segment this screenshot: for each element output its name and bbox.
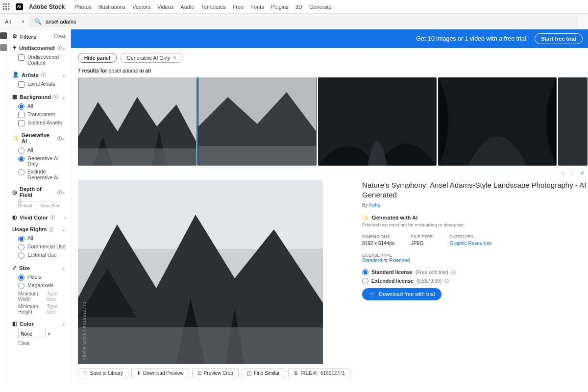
- min-height-row: Minimum HeightType here: [18, 304, 66, 315]
- nav-videos[interactable]: Videos: [157, 4, 173, 10]
- close-icon[interactable]: ✕: [173, 55, 177, 60]
- filter-header-usage[interactable]: Usage Rightsi⌄: [12, 226, 66, 232]
- svg-rect-7: [198, 146, 316, 166]
- nav-fonts[interactable]: Fonts: [250, 4, 264, 10]
- filter-header-undiscovered[interactable]: ✦Undiscoveredi⌄: [12, 45, 66, 51]
- preview-crop-button[interactable]: ⊡Preview Crop: [192, 368, 239, 378]
- thumb-1[interactable]: [78, 77, 196, 166]
- nav-plugins[interactable]: Plugins: [271, 4, 289, 10]
- opt-bg-all[interactable]: All: [18, 103, 66, 110]
- opt-bg-isolated[interactable]: Isolated Assets: [18, 120, 66, 126]
- prev-icon[interactable]: ‹: [562, 170, 564, 176]
- opt-usage-all[interactable]: All: [18, 235, 66, 242]
- nav-free[interactable]: Free: [233, 4, 244, 10]
- file-id[interactable]: 🗎FILE #:616912771: [288, 368, 350, 378]
- opt-genai-only[interactable]: Generative AI Only: [18, 155, 66, 167]
- filter-background: ▦Backgroundi⌄ All Transparent Isolated A…: [12, 94, 66, 126]
- category-link[interactable]: Graphic Resources: [450, 241, 492, 246]
- thumb-5[interactable]: [558, 77, 588, 166]
- info-icon[interactable]: i: [41, 73, 46, 77]
- apps-grid-icon[interactable]: [3, 3, 10, 10]
- download-preview-button[interactable]: ⬇Download Preview: [131, 368, 189, 378]
- dof-left-label: Default: [18, 203, 32, 208]
- info-icon[interactable]: i: [49, 227, 53, 232]
- filter-header-dof[interactable]: ◎Depth of Fieldi⌄: [12, 186, 66, 198]
- author-link[interactable]: frefre: [369, 202, 381, 208]
- main-content: Get 10 images or 1 video with a free tri…: [71, 29, 588, 383]
- rail-icon-1[interactable]: [0, 32, 7, 39]
- thumb-4[interactable]: [438, 77, 557, 166]
- color-input[interactable]: [18, 330, 46, 338]
- opt-undiscovered-content[interactable]: Undiscovered Content: [18, 54, 66, 66]
- start-trial-button[interactable]: Start free trial: [535, 33, 583, 44]
- search-box[interactable]: 🔍: [29, 16, 578, 27]
- filter-chips: Hide panel Generative AI Only✕: [78, 53, 588, 63]
- rail-icon-2[interactable]: [0, 44, 7, 51]
- close-strip-icon[interactable]: ✕: [580, 170, 585, 176]
- info-icon[interactable]: i: [57, 190, 62, 195]
- svg-rect-16: [78, 327, 323, 364]
- left-rail: [0, 29, 7, 383]
- color-clear[interactable]: Clear: [18, 341, 30, 346]
- info-icon[interactable]: i: [444, 279, 449, 283]
- category-dropdown[interactable]: All▾: [0, 19, 29, 24]
- thumb-2[interactable]: [198, 77, 317, 166]
- nav-photos[interactable]: Photos: [74, 4, 91, 10]
- filter-dof: ◎Depth of Fieldi⌄ DefaultMore Blur: [12, 186, 66, 208]
- min-height-input[interactable]: Type here: [47, 304, 66, 315]
- filter-header-size[interactable]: ⤢Size⌄: [12, 265, 66, 271]
- license-extended-link[interactable]: Extended: [389, 258, 410, 263]
- search-input[interactable]: [46, 19, 573, 24]
- eyedropper-icon[interactable]: ⌖: [48, 331, 50, 337]
- chevron-down-icon: ⌄: [62, 73, 66, 77]
- genai-note: Editorial use must not be misleading or …: [362, 222, 588, 227]
- opt-usage-editorial[interactable]: Editorial Use: [18, 252, 66, 259]
- info-icon[interactable]: i: [57, 136, 62, 141]
- nav-illustrations[interactable]: Illustrations: [98, 4, 126, 10]
- thumb-nav: ‹ › ✕: [78, 166, 588, 180]
- license-standard-option[interactable]: Standard license(Free with trial)i: [362, 269, 588, 275]
- min-width-input[interactable]: Type here: [47, 291, 66, 302]
- svg-rect-4: [78, 148, 196, 166]
- download-trial-button[interactable]: 🛒Download free with trial: [362, 288, 441, 300]
- filter-header-genai[interactable]: ✨Generative AIi⌄: [12, 132, 66, 144]
- opt-genai-all[interactable]: All: [18, 147, 66, 154]
- asset-detail: Adobe Stock | #616912771 ♡Save to Librar…: [78, 180, 588, 378]
- opt-genai-exclude[interactable]: Exclude Generative AI: [18, 169, 66, 180]
- dof-slider[interactable]: [18, 201, 60, 201]
- opt-size-px[interactable]: Pixels: [18, 274, 66, 281]
- asset-preview[interactable]: Adobe Stock | #616912771: [78, 180, 323, 364]
- opt-bg-transparent[interactable]: Transparent: [18, 111, 66, 118]
- primary-nav: Photos Illustrations Vectors Videos Audi…: [74, 4, 331, 10]
- drop-icon: ◐: [12, 214, 17, 220]
- clear-filters[interactable]: Clear: [54, 34, 66, 39]
- filter-header-background[interactable]: ▦Backgroundi⌄: [12, 94, 66, 100]
- info-icon[interactable]: i: [53, 95, 58, 99]
- info-icon[interactable]: i: [50, 215, 55, 220]
- chip-genai-only[interactable]: Generative AI Only✕: [121, 53, 183, 63]
- nav-vectors[interactable]: Vectors: [132, 4, 150, 10]
- aperture-icon: ◎: [12, 189, 17, 196]
- nav-3d[interactable]: 3D: [295, 4, 302, 10]
- save-library-button[interactable]: ♡Save to Library: [78, 368, 128, 378]
- next-icon[interactable]: ›: [571, 170, 573, 176]
- nav-audio[interactable]: Audio: [180, 4, 194, 10]
- opt-size-mp[interactable]: Megapixels: [18, 282, 66, 289]
- license-standard-link[interactable]: Standard: [362, 258, 382, 263]
- nav-generate[interactable]: Generate: [309, 4, 332, 10]
- filter-vivid: ◐Vivid Colori‹: [12, 214, 66, 220]
- opt-usage-commercial[interactable]: Commercial Use: [18, 244, 66, 250]
- info-icon[interactable]: i: [57, 46, 62, 50]
- hide-panel-button[interactable]: Hide panel: [78, 53, 117, 63]
- opt-local-artists[interactable]: Local Artists: [18, 81, 66, 88]
- license-extended-option[interactable]: Extended license(US$79.99)i: [362, 278, 588, 284]
- filter-header-color[interactable]: ◧Color⌄: [12, 320, 66, 327]
- thumb-3[interactable]: [318, 77, 437, 166]
- nav-templates[interactable]: Templates: [201, 4, 226, 10]
- filter-header-artists[interactable]: 👤Artistsi⌄: [12, 72, 66, 78]
- license-type: LICENSE TYPE Standard or Extended: [362, 253, 588, 263]
- find-similar-button[interactable]: ◫Find Similar: [242, 368, 285, 378]
- info-icon[interactable]: i: [451, 270, 456, 274]
- filter-header-vivid[interactable]: ◐Vivid Colori‹: [12, 214, 66, 220]
- chevron-down-icon: ⌄: [62, 190, 66, 195]
